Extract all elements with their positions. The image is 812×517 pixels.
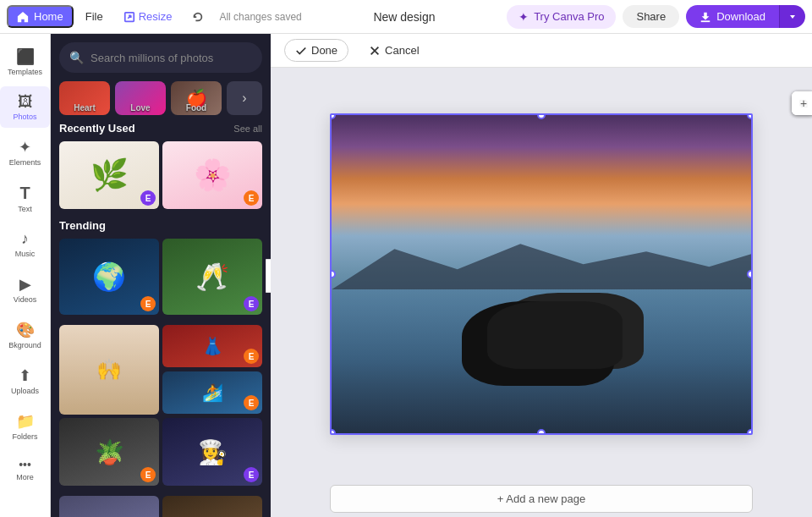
- trending-photo-7[interactable]: 👩‍🍳 E: [162, 418, 262, 486]
- recently-used-grid: 🌿 E 🌸 E: [59, 141, 262, 209]
- folders-label: Folders: [12, 432, 37, 441]
- trending-photo-4[interactable]: 👗 E: [162, 325, 262, 367]
- cancel-button[interactable]: Cancel: [359, 40, 429, 61]
- download-chevron-button[interactable]: [779, 5, 805, 28]
- chip-heart-label: Heart: [74, 103, 96, 113]
- try-canva-pro-button[interactable]: ✦ Try Canva Pro: [507, 5, 616, 29]
- trending-photo-1[interactable]: 🌍 E: [59, 239, 159, 315]
- templates-label: Templates: [8, 68, 42, 76]
- photo-badge-2: E: [244, 190, 259, 206]
- text-label: Text: [18, 205, 32, 213]
- sidebar-item-photos[interactable]: 🖼 Photos: [0, 86, 50, 128]
- more-label: More: [16, 473, 34, 481]
- sidebar-item-videos[interactable]: ▶ Videos: [0, 268, 50, 311]
- trending-photo-3[interactable]: 🙌: [59, 325, 159, 415]
- panel-scroll: Recently Used See all 🌿 E 🌸 E: [51, 122, 271, 517]
- videos-label: Videos: [14, 295, 36, 304]
- download-button[interactable]: Download: [686, 5, 779, 28]
- trending-badge-1: E: [140, 296, 156, 311]
- search-icon: 🔍: [69, 51, 84, 64]
- canvas-area: Done Cancel ⊞ ⧉ +: [271, 34, 812, 517]
- trending-grid-4: 🏗 🧑‍🍳 E: [59, 496, 262, 517]
- search-bar[interactable]: 🔍: [59, 42, 262, 73]
- trending-badge-7: E: [244, 467, 259, 482]
- trending-photo-6[interactable]: 🪴 E: [59, 418, 159, 486]
- file-label: File: [85, 10, 103, 23]
- share-label: Share: [636, 10, 666, 23]
- photos-icon: 🖼: [18, 93, 33, 111]
- trending-section: Trending 🌍 E 🥂 E 🙌: [51, 219, 271, 517]
- seascape-mountains: [332, 239, 751, 289]
- trending-badge-2: E: [244, 296, 259, 311]
- trending-photo-9[interactable]: 🧑‍🍳 E: [162, 496, 262, 517]
- home-label: Home: [34, 10, 63, 23]
- see-all-button[interactable]: See all: [233, 124, 262, 134]
- resize-button[interactable]: Resize: [115, 7, 181, 26]
- uploads-label: Uploads: [11, 387, 39, 395]
- handle-bottom-mid[interactable]: [537, 429, 546, 435]
- share-button[interactable]: Share: [623, 5, 679, 28]
- photo-badge-1: E: [140, 190, 156, 206]
- canvas-add-button[interactable]: +: [792, 91, 812, 115]
- done-label: Done: [311, 44, 337, 57]
- handle-mid-right[interactable]: [747, 270, 753, 278]
- chip-love[interactable]: Love: [115, 81, 166, 115]
- elements-icon: ✦: [19, 138, 31, 157]
- undo-icon: [192, 11, 204, 23]
- elements-label: Elements: [9, 158, 41, 167]
- chip-heart[interactable]: Heart: [59, 81, 110, 115]
- add-page-button[interactable]: + Add a new page: [330, 485, 753, 513]
- trending-grid-3: 🪴 E 👩‍🍳 E: [59, 418, 262, 486]
- trending-title: Trending: [59, 219, 106, 232]
- category-chips: Heart Love 🍎 Food ›: [51, 81, 271, 122]
- music-icon: ♪: [21, 230, 29, 248]
- check-icon: [295, 45, 307, 57]
- hide-panel-button[interactable]: ‹: [266, 259, 271, 293]
- seascape-rocks: [487, 301, 623, 369]
- photos-panel: 🔍 Heart Love 🍎 Food ›: [51, 34, 271, 517]
- recent-photo-2[interactable]: 🌸 E: [162, 141, 262, 209]
- done-button[interactable]: Done: [284, 39, 348, 62]
- autosave-status: All changes saved: [219, 11, 301, 23]
- main-content: ⬛ Templates 🖼 Photos ✦ Elements T Text ♪…: [0, 34, 812, 517]
- chevron-down-icon: [788, 13, 797, 21]
- music-label: Music: [15, 250, 36, 258]
- text-icon: T: [19, 184, 30, 203]
- canvas-frame[interactable]: ↻: [330, 113, 753, 435]
- recent-photo-1[interactable]: 🌿 E: [59, 141, 159, 209]
- topbar: Home File Resize All changes saved New d…: [0, 0, 812, 34]
- handle-bottom-right[interactable]: [747, 429, 753, 435]
- trending-photo-5[interactable]: 🏄 E: [162, 371, 262, 414]
- canvas-wrapper: ⊞ ⧉ + ↻: [271, 68, 812, 480]
- sidebar-item-folders[interactable]: 📁 Folders: [0, 405, 50, 448]
- sidebar-item-uploads[interactable]: ⬆ Uploads: [0, 360, 50, 402]
- resize-icon: [123, 11, 135, 23]
- trending-photo-2[interactable]: 🥂 E: [162, 239, 262, 315]
- home-icon: [17, 11, 29, 23]
- home-button[interactable]: Home: [7, 5, 74, 28]
- file-button[interactable]: File: [77, 7, 112, 26]
- svg-rect-1: [701, 20, 710, 22]
- videos-icon: ▶: [19, 275, 31, 294]
- x-icon: [369, 45, 381, 57]
- handle-top-right[interactable]: [747, 113, 753, 119]
- resize-label: Resize: [139, 10, 173, 23]
- sidebar-item-music[interactable]: ♪ Music: [0, 223, 50, 265]
- sidebar-item-templates[interactable]: ⬛ Templates: [0, 41, 50, 83]
- sidebar-item-more[interactable]: ••• More: [0, 451, 50, 488]
- templates-icon: ⬛: [16, 47, 35, 66]
- undo-button[interactable]: [184, 8, 212, 26]
- trending-badge-5: E: [244, 395, 259, 410]
- recently-used-title: Recently Used: [59, 122, 135, 135]
- sidebar-item-text[interactable]: T Text: [0, 177, 50, 220]
- trending-photo-8[interactable]: 🏗: [59, 496, 159, 517]
- chip-more-arrow[interactable]: ›: [227, 81, 262, 115]
- recently-used-section: Recently Used See all 🌿 E 🌸 E: [51, 122, 271, 209]
- search-input[interactable]: [91, 52, 252, 64]
- sidebar-item-elements[interactable]: ✦ Elements: [0, 131, 50, 173]
- folders-icon: 📁: [16, 412, 35, 431]
- sidebar-item-background[interactable]: 🎨 Bkground: [0, 314, 50, 356]
- trending-badge-6: E: [140, 467, 156, 482]
- chip-food[interactable]: 🍎 Food: [171, 81, 222, 115]
- chip-food-label: Food: [186, 103, 206, 113]
